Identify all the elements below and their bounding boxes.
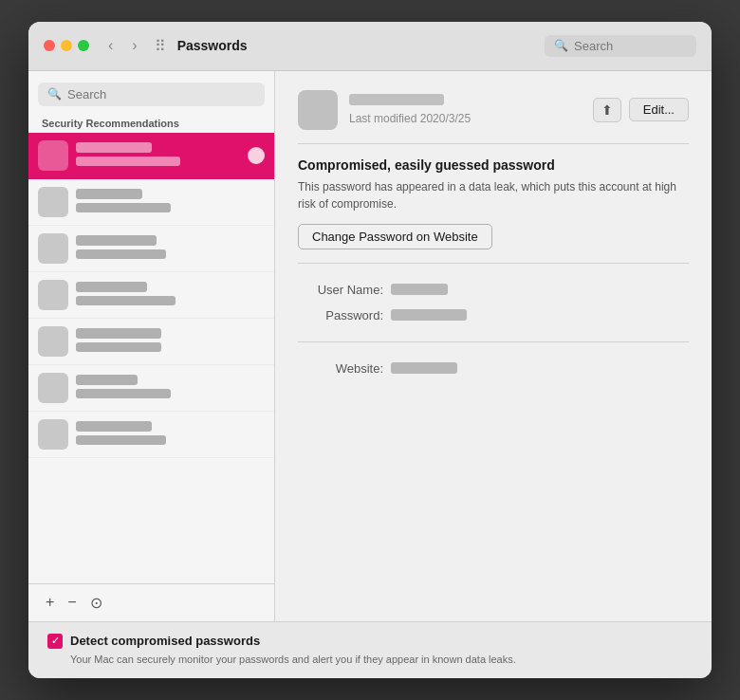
site-icon (38, 187, 68, 217)
detail-site-icon (298, 90, 338, 130)
main-content: 🔍 Security Recommendations (28, 71, 712, 621)
password-row: Password: (298, 303, 689, 328)
back-button[interactable]: ‹ (104, 36, 117, 55)
detail-panel: Last modified 2020/3/25 ⬆ Edit... Compro… (275, 71, 712, 621)
detail-site-name (349, 94, 444, 105)
website-label: Website: (298, 361, 383, 376)
add-password-button[interactable]: + (40, 592, 60, 613)
item-text (76, 282, 265, 307)
site-icon (38, 280, 68, 310)
traffic-lights (44, 40, 89, 51)
remove-password-button[interactable]: − (62, 592, 82, 613)
section-header: Security Recommendations (28, 114, 274, 133)
warning-section: Compromised, easily guessed password Thi… (298, 157, 689, 264)
username-label: User Name: (298, 283, 383, 297)
list-item[interactable] (28, 133, 274, 179)
face-id-button[interactable]: ⊙ (84, 592, 108, 614)
site-icon (38, 140, 68, 171)
item-sub-blur (76, 249, 166, 259)
app-window: ‹ › ⠿ Passwords 🔍 🔍 Security Recommendat… (28, 22, 712, 678)
detect-label: Detect compromised passwords (70, 634, 260, 648)
detect-description: Your Mac can securely monitor your passw… (47, 653, 693, 667)
site-icon (38, 373, 68, 403)
warning-badge (248, 147, 265, 164)
item-sub-blur (76, 296, 176, 305)
item-title-blur (76, 375, 138, 385)
item-sub-blur (76, 435, 166, 445)
item-text (76, 235, 265, 261)
bottom-bar: ✓ Detect compromised passwords Your Mac … (28, 621, 712, 678)
warning-description: This password has appeared in a data lea… (298, 178, 689, 212)
item-sub-blur (76, 342, 161, 352)
detect-checkbox[interactable]: ✓ (47, 634, 63, 649)
item-text (76, 142, 240, 168)
titlebar-search-box[interactable]: 🔍 (545, 35, 696, 57)
site-icon (38, 233, 68, 264)
list-item[interactable] (28, 272, 274, 319)
item-text (76, 189, 265, 214)
forward-button[interactable]: › (128, 36, 140, 55)
titlebar-search-input[interactable] (574, 39, 687, 53)
password-label: Password: (298, 308, 383, 322)
edit-button[interactable]: Edit... (629, 98, 689, 121)
list-item[interactable] (28, 365, 274, 412)
close-button[interactable] (44, 40, 55, 51)
sidebar-footer: + − ⊙ (28, 583, 274, 621)
list-item[interactable] (28, 412, 274, 458)
search-icon: 🔍 (554, 39, 568, 52)
username-value (391, 284, 448, 295)
item-sub-blur (76, 203, 171, 212)
minimize-button[interactable] (61, 40, 72, 51)
detail-header: Last modified 2020/3/25 ⬆ Edit... (298, 90, 689, 144)
username-row: User Name: (298, 277, 689, 303)
share-button[interactable]: ⬆ (593, 98, 621, 122)
maximize-button[interactable] (78, 40, 89, 51)
website-section: Website: (298, 356, 689, 381)
sidebar-search-icon: 🔍 (47, 87, 62, 101)
item-title-blur (76, 142, 152, 153)
item-text (76, 421, 265, 447)
sidebar-search-wrap: 🔍 (28, 71, 274, 114)
item-text (76, 375, 265, 400)
password-list (28, 133, 274, 583)
warning-title: Compromised, easily guessed password (298, 157, 689, 173)
list-item[interactable] (28, 319, 274, 365)
window-title: Passwords (177, 38, 533, 53)
list-item[interactable] (28, 179, 274, 226)
item-title-blur (76, 189, 142, 199)
password-value (391, 309, 467, 321)
detail-title-wrap: Last modified 2020/3/25 (349, 94, 582, 126)
item-sub-blur (76, 389, 171, 398)
website-value (391, 362, 457, 374)
item-sub-blur (76, 157, 180, 166)
sidebar: 🔍 Security Recommendations (28, 71, 275, 621)
site-icon (38, 326, 68, 357)
change-password-button[interactable]: Change Password on Website (298, 224, 492, 249)
grid-icon: ⠿ (155, 37, 166, 55)
titlebar: ‹ › ⠿ Passwords 🔍 (28, 22, 712, 71)
item-title-blur (76, 282, 147, 292)
check-icon: ✓ (51, 636, 60, 646)
site-icon (38, 419, 68, 450)
detail-header-actions: ⬆ Edit... (593, 98, 689, 122)
list-item[interactable] (28, 226, 274, 272)
credentials-section: User Name: Password: (298, 277, 689, 342)
detect-row: ✓ Detect compromised passwords (47, 634, 693, 649)
detail-modified: Last modified 2020/3/25 (349, 112, 471, 125)
item-text (76, 328, 265, 354)
item-title-blur (76, 421, 152, 432)
sidebar-search-input[interactable] (67, 87, 255, 101)
item-title-blur (76, 235, 157, 246)
sidebar-search-box[interactable]: 🔍 (38, 83, 265, 106)
item-title-blur (76, 328, 161, 339)
